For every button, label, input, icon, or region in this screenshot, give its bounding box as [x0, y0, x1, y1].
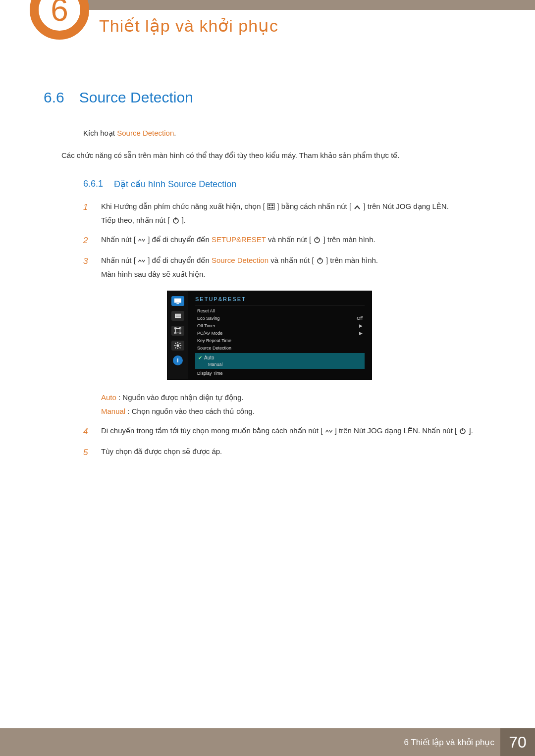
- list-icon: [171, 311, 184, 321]
- svg-rect-2: [271, 204, 273, 206]
- monitor-icon: [171, 296, 184, 306]
- step-number: 3: [83, 253, 92, 282]
- osd-body: SETUP&RESET Reset All Eco SavingOff Off …: [188, 291, 372, 379]
- step-text: Tùy chọn đã được chọn sẽ được áp.: [101, 445, 495, 460]
- s1n: Tiếp theo, nhấn nút [: [101, 216, 169, 224]
- svg-rect-11: [174, 299, 181, 303]
- osd-item-label: Reset All: [197, 308, 215, 313]
- page-footer: 6 Thiết lập và khởi phục 70: [0, 728, 535, 756]
- s2a: Nhấn nút [: [101, 235, 136, 244]
- svg-rect-4: [271, 207, 273, 208]
- step-5: 5 Tùy chọn đã được chọn sẽ được áp.: [83, 445, 495, 460]
- osd-menu-screenshot: i SETUP&RESET Reset All Eco SavingOff Of…: [167, 291, 372, 380]
- s1b: ] bằng cách nhấn nút [: [277, 202, 351, 210]
- note-text: Các chức năng có sẵn trên màn hình có th…: [61, 151, 400, 159]
- s3after: Màn hình sau đây sẽ xuất hiện.: [101, 270, 205, 278]
- svg-line-22: [175, 343, 176, 344]
- svg-point-17: [176, 344, 179, 347]
- osd-item-label: Off Timer: [197, 323, 215, 328]
- s4b: ] trên Nút JOG dạng LÊN. Nhấn nút [: [335, 426, 457, 435]
- intro-prefix: Kích hoạt: [83, 129, 117, 137]
- section-number: 6.6: [44, 89, 64, 106]
- step-2: 2 Nhấn nút [ ] để di chuyển đến SETUP&RE…: [83, 233, 495, 249]
- gear-icon: [171, 341, 184, 351]
- step-text: Nhấn nút [ ] để di chuyển đến SETUP&RESE…: [101, 233, 495, 249]
- s2d: ] trên màn hình.: [323, 235, 375, 244]
- chapter-badge: 6: [30, 0, 89, 40]
- osd-item: Eco SavingOff: [195, 315, 365, 322]
- s3a: Nhấn nút [: [101, 256, 136, 264]
- osd-dropdown: ✔Auto Manual: [195, 353, 365, 369]
- auto-label: Auto: [101, 393, 116, 402]
- chevron-right-icon: ▶: [359, 323, 363, 328]
- step-number: 4: [83, 424, 92, 440]
- osd-item-label: Eco Saving: [197, 316, 220, 321]
- s4c: ].: [469, 426, 473, 435]
- step-3: 3 Nhấn nút [ ] để di chuyển đến Source D…: [83, 253, 495, 282]
- manual-desc: : Chọn nguồn vào theo cách thủ công.: [125, 407, 255, 415]
- osd-sidebar: i: [167, 291, 188, 379]
- subsection-heading: 6.6.1 Đặt cấu hình Source Detection: [83, 179, 495, 190]
- s3hl: Source Detection: [212, 256, 268, 264]
- page-number: 70: [500, 728, 535, 756]
- osd-item: Key Repeat Time: [195, 337, 365, 345]
- menu-grid-icon: [267, 203, 275, 210]
- chevron-right-icon: ▶: [359, 331, 363, 336]
- s1ne: ].: [182, 216, 186, 224]
- step-text: Di chuyển trong tầm tới tùy chọn mong mu…: [101, 424, 495, 440]
- s3d: ] trên màn hình.: [326, 256, 378, 264]
- svg-line-24: [180, 343, 181, 344]
- chapter-number: 6: [51, 0, 68, 28]
- s3b: ] để di chuyển đến: [148, 256, 212, 264]
- footer-text: 6 Thiết lập và khởi phục: [404, 737, 500, 748]
- info-icon: i: [173, 355, 183, 365]
- step-1: 1 Khi Hướng dẫn phím chức năng xuất hiện…: [83, 200, 495, 228]
- manual-label: Manual: [101, 407, 125, 415]
- section-title: Source Detection: [79, 89, 193, 106]
- step-number: 2: [83, 233, 92, 249]
- osd-item: Display Time: [195, 370, 365, 377]
- step-4: 4 Di chuyển trong tầm tới tùy chọn mong …: [83, 424, 495, 440]
- osd-title: SETUP&RESET: [195, 295, 365, 305]
- svg-line-23: [180, 347, 181, 348]
- s1c: ] trên Nút JOG dạng LÊN.: [363, 202, 448, 210]
- svg-rect-12: [176, 303, 179, 304]
- osd-option: Manual: [198, 360, 362, 367]
- s2c: và nhấn nút [: [266, 235, 312, 244]
- power-icon: [172, 217, 180, 224]
- step-number: 1: [83, 200, 92, 228]
- osd-item-label: Key Repeat Time: [197, 338, 231, 343]
- auto-desc-line: Auto : Nguồn vào được nhận diện tự động.…: [83, 391, 495, 419]
- auto-desc: : Nguồn vào được nhận diện tự động.: [116, 393, 244, 402]
- osd-item-selected-row: Source Detection: [195, 345, 365, 352]
- osd-item-label: Source Detection: [197, 346, 231, 351]
- osd-item: Reset All: [195, 307, 365, 315]
- svg-rect-1: [268, 204, 270, 206]
- osd-item-value: Off: [357, 316, 363, 321]
- subsection-number: 6.6.1: [83, 179, 103, 190]
- s2b: ] để di chuyển đến: [148, 235, 212, 244]
- check-icon: ✔: [198, 355, 202, 360]
- chevron-up-icon: [353, 204, 361, 211]
- intro-line: Kích hoạt Source Detection.: [83, 127, 495, 140]
- step-text: Nhấn nút [ ] để di chuyển đến Source Det…: [101, 253, 495, 282]
- resize-icon: [171, 326, 184, 336]
- osd-item-label: Display Time: [197, 371, 223, 376]
- chapter-title: Thiết lập và khởi phục: [99, 16, 278, 36]
- svg-rect-13: [175, 314, 181, 318]
- step-text: Khi Hướng dẫn phím chức năng xuất hiện, …: [101, 200, 495, 228]
- chevron-up-down-icon: [325, 428, 333, 435]
- header-strip: [59, 0, 535, 10]
- intro-suffix: .: [174, 129, 176, 137]
- svg-rect-0: [268, 203, 274, 209]
- power-icon: [459, 427, 467, 434]
- power-icon: [316, 257, 324, 264]
- page-header: 6 Thiết lập và khởi phục: [0, 0, 535, 50]
- s4a: Di chuyển trong tầm tới tùy chọn mong mu…: [101, 426, 322, 435]
- s1a: Khi Hướng dẫn phím chức năng xuất hiện, …: [101, 202, 265, 210]
- subsection-title: Đặt cấu hình Source Detection: [114, 179, 236, 190]
- svg-rect-3: [268, 207, 270, 208]
- chevron-up-down-icon: [138, 237, 146, 244]
- section-heading: 6.6 Source Detection: [44, 89, 495, 106]
- osd-item-label: PC/AV Mode: [197, 331, 222, 336]
